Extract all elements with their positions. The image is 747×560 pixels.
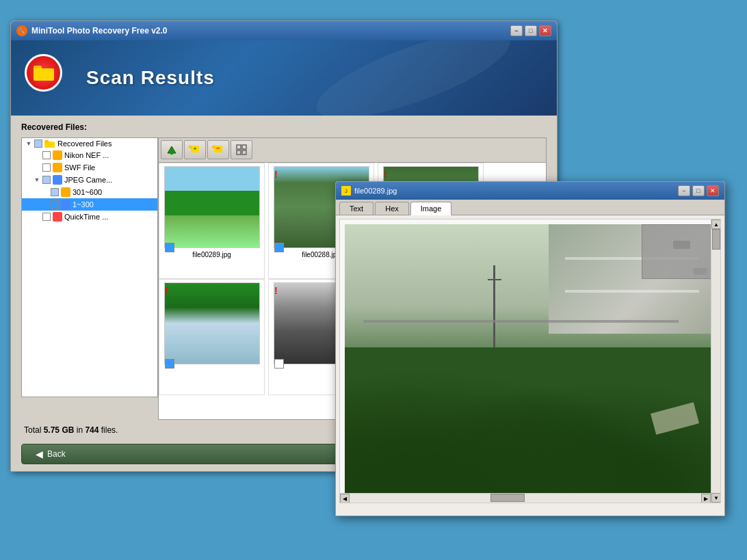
tree-checkbox-301[interactable] — [51, 188, 59, 196]
tree-checkbox-nikon[interactable] — [42, 151, 51, 159]
grid-button[interactable] — [231, 140, 252, 159]
status-text-pre: Total — [24, 425, 44, 435]
svg-rect-11 — [242, 145, 246, 149]
preview-scrollbar-v[interactable]: ▲ ▼ — [711, 219, 720, 503]
tree-label-301: 301~600 — [73, 188, 102, 196]
nikon-icon — [53, 150, 62, 160]
preview-scrollbar-h[interactable]: ◀ ▶ — [340, 493, 711, 503]
scroll-down-button[interactable]: ▼ — [711, 493, 721, 503]
tree-label-1-300: 1~300 — [73, 200, 94, 209]
status-text-mid: in — [74, 425, 85, 435]
tree-item-301-600[interactable]: 301~600 — [22, 186, 157, 198]
thumb-error-2: ! — [165, 285, 168, 296]
tree-checkbox-1-300[interactable] — [51, 200, 59, 209]
tree-expand-1-300[interactable] — [41, 200, 49, 209]
tree-item-1-300[interactable]: 1~300 — [22, 198, 157, 211]
thumbnail-item-2[interactable]: ! — [159, 279, 265, 395]
preview-titlebar: J file00289.jpg − □ ✕ — [336, 182, 724, 200]
range-1-300-icon — [61, 200, 70, 209]
back-button-label: Back — [47, 449, 66, 459]
svg-rect-1 — [44, 140, 49, 143]
scene-building — [642, 224, 716, 279]
tree-item-nikon[interactable]: Nikon NEF ... — [22, 149, 157, 161]
scroll-track-h[interactable] — [350, 494, 701, 503]
tree-expand-301[interactable] — [41, 188, 49, 196]
status-size: 5.75 GB — [44, 425, 75, 435]
svg-text:+: + — [194, 146, 197, 152]
preview-maximize-button[interactable]: □ — [692, 185, 705, 196]
scroll-thumb-v[interactable] — [712, 229, 720, 250]
scroll-track-v[interactable] — [711, 229, 720, 493]
thumb-checkbox-3[interactable] — [274, 359, 284, 369]
remove-button[interactable]: − — [207, 140, 229, 159]
file-tree[interactable]: ▼ Recovered Files Nikon NEF ... — [21, 137, 158, 397]
preview-file-icon: J — [341, 186, 351, 196]
preview-tabs: Text Hex Image — [336, 200, 724, 215]
svg-rect-5 — [189, 146, 192, 148]
preview-scene — [345, 224, 716, 498]
preview-title: file00289.jpg — [354, 187, 397, 195]
tree-checkbox-quicktime[interactable] — [42, 213, 51, 221]
tree-root-checkbox[interactable] — [34, 139, 42, 148]
toolbar: + − — [158, 137, 547, 162]
scroll-thumb-h[interactable] — [490, 494, 525, 502]
tree-item-quicktime[interactable]: QuickTime ... — [22, 211, 157, 223]
back-arrow-icon: ◀ — [36, 449, 43, 459]
jpeg-icon — [53, 175, 62, 185]
scroll-up-button[interactable]: ▲ — [711, 219, 721, 229]
preview-window-controls: − □ ✕ — [678, 185, 719, 196]
thumb-checkbox-1[interactable] — [274, 243, 284, 252]
tree-expand-quicktime[interactable] — [33, 213, 41, 221]
status-count: 744 — [85, 425, 99, 435]
add-button[interactable]: + — [184, 140, 206, 159]
tree-label-jpeg: JPEG Came... — [64, 176, 112, 184]
tree-root-label: Recovered Files — [57, 139, 112, 148]
thumb-image-0 — [164, 166, 260, 248]
svg-text:J: J — [345, 189, 348, 194]
recovered-files-label: Recovered Files: — [21, 122, 547, 132]
tree-expand-jpeg[interactable]: ▼ — [33, 176, 41, 184]
recover-button[interactable] — [161, 140, 183, 159]
svg-rect-10 — [237, 145, 241, 149]
app-header: Scan Results — [11, 40, 557, 116]
scroll-left-button[interactable]: ◀ — [340, 494, 350, 503]
swf-icon — [53, 163, 62, 172]
svg-rect-13 — [242, 150, 246, 155]
svg-rect-8 — [212, 146, 215, 148]
window-controls: − □ ✕ — [510, 25, 551, 36]
preview-minimize-button[interactable]: − — [678, 185, 690, 196]
tree-checkbox-swf[interactable] — [42, 163, 51, 172]
tree-root[interactable]: ▼ Recovered Files — [22, 138, 157, 149]
tree-item-jpeg[interactable]: ▼ JPEG Came... — [22, 174, 157, 186]
add-icon: + — [189, 144, 201, 156]
preview-window: J file00289.jpg − □ ✕ Text Hex Image — [335, 181, 725, 516]
app-icon: 🔧 — [16, 25, 27, 36]
range-301-icon — [61, 187, 70, 197]
maximize-button[interactable]: □ — [525, 25, 537, 36]
tree-checkbox-jpeg[interactable] — [42, 176, 51, 184]
quicktime-icon — [53, 212, 62, 222]
tab-hex[interactable]: Hex — [375, 202, 409, 215]
svg-rect-12 — [237, 150, 241, 155]
minimize-button[interactable]: − — [510, 25, 523, 36]
tree-item-swf[interactable]: SWF File — [22, 161, 157, 174]
app-logo — [25, 54, 73, 102]
thumbnail-item-0[interactable]: ! file00289.jpg — [159, 163, 265, 279]
thumb-error-4: ! — [384, 169, 387, 180]
tree-expand-nikon[interactable] — [33, 151, 41, 159]
grid-icon — [235, 144, 248, 156]
thumb-checkbox-0[interactable] — [165, 243, 174, 252]
tree-label-nikon: Nikon NEF ... — [64, 151, 109, 159]
thumb-error-3: ! — [274, 285, 278, 296]
tab-text[interactable]: Text — [339, 202, 374, 215]
tree-expand-icon[interactable]: ▼ — [25, 139, 33, 148]
close-button[interactable]: ✕ — [539, 25, 551, 36]
preview-close-button[interactable]: ✕ — [707, 185, 719, 196]
tab-image[interactable]: Image — [410, 202, 452, 215]
tree-expand-swf[interactable] — [33, 163, 41, 172]
tree-label-swf: SWF File — [64, 163, 95, 172]
scene-wire-1 — [488, 279, 501, 280]
scroll-right-button[interactable]: ▶ — [701, 494, 711, 503]
thumb-checkbox-2[interactable] — [165, 359, 174, 369]
tree-folder-icon — [44, 139, 55, 148]
